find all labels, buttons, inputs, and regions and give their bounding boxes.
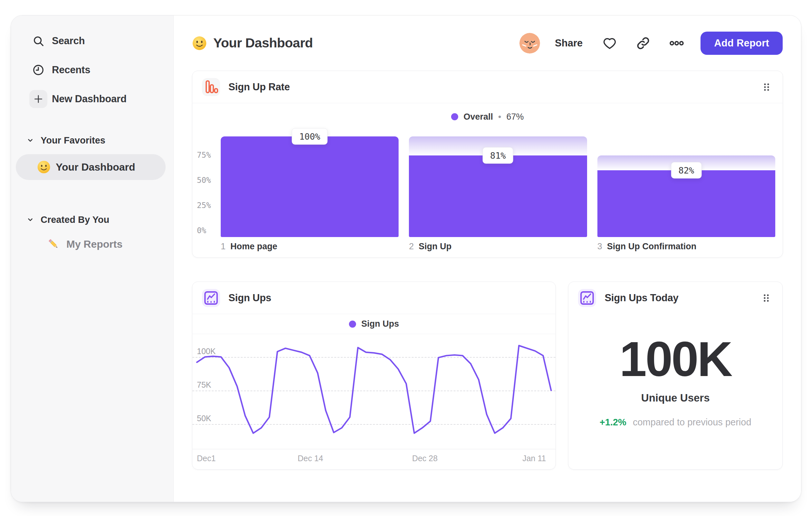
sidebar-item-recents[interactable]: Recents xyxy=(11,55,173,84)
funnel-step-label: 2 Sign Up xyxy=(409,242,587,251)
section-label: Created By You xyxy=(40,214,109,225)
delta-value: +1.2% xyxy=(600,417,627,427)
line-plot: 100K 75K 50K xyxy=(192,334,555,449)
funnel-step-label: 1 Home page xyxy=(221,242,399,251)
conversion-badge: 81% xyxy=(483,147,513,164)
funnel-legend[interactable]: Overall • 67% xyxy=(192,103,783,130)
kpi-delta: +1.2% compared to previous period xyxy=(569,417,782,428)
more-options-icon[interactable] xyxy=(668,35,685,52)
sidebar-item-label: New Dashboard xyxy=(52,93,127,105)
line-chart-icon xyxy=(202,289,220,307)
card-sign-ups-today: Sign Ups Today 100K Unique Users +1.2% xyxy=(568,281,783,469)
legend-label: Sign Ups xyxy=(361,319,399,329)
conversion-badge: 82% xyxy=(671,162,701,178)
page-title: Your Dashboard xyxy=(213,35,313,51)
search-icon xyxy=(29,32,47,50)
avatar[interactable] xyxy=(519,33,540,54)
funnel-bar-converted xyxy=(221,136,399,237)
recents-icon xyxy=(29,61,47,79)
sidebar: Search Recents New Dashboard xyxy=(11,16,174,502)
card-title: Sign Up Rate xyxy=(228,81,290,93)
funnel-bar-converted xyxy=(409,156,587,237)
add-report-button[interactable]: Add Report xyxy=(700,32,783,55)
share-button[interactable]: Share xyxy=(555,37,583,49)
legend-separator: • xyxy=(498,112,501,122)
sidebar-item-label: Search xyxy=(52,35,85,47)
legend-label: Overall xyxy=(463,112,493,122)
kpi-value: 100K xyxy=(569,331,782,387)
chevron-down-icon xyxy=(26,136,34,144)
x-axis-tick: Dec 28 xyxy=(412,452,438,465)
y-axis-tick: 25% xyxy=(197,200,220,211)
legend-value: 67% xyxy=(506,112,524,122)
favorite-heart-icon[interactable] xyxy=(601,35,618,52)
sidebar-item-your-dashboard[interactable]: Your Dashboard xyxy=(16,154,166,180)
delta-caption: compared to previous period xyxy=(633,417,751,427)
y-axis-tick: 75% xyxy=(197,150,220,160)
x-axis-tick: Dec 14 xyxy=(298,452,323,465)
sidebar-item-my-reports[interactable]: My Reports xyxy=(11,230,173,258)
card-sign-ups: Sign Ups Sign Ups 100K 75K 50K xyxy=(192,281,556,469)
legend-dot xyxy=(451,113,458,120)
funnel-bar-sign-up-confirmation: 82% xyxy=(598,136,775,237)
x-axis: Dec1 Dec 14 Dec 28 Jan 11 xyxy=(192,452,555,467)
funnel-chart-icon xyxy=(202,78,220,96)
funnel-plot: 75% 50% 25% 0% 100% xyxy=(221,136,775,237)
signups-line-series[interactable] xyxy=(192,334,555,449)
plus-icon xyxy=(29,90,47,108)
line-chart-icon xyxy=(578,289,596,307)
x-axis-tick: Jan 11 xyxy=(522,452,546,465)
smiley-emoji-icon xyxy=(192,36,207,51)
conversion-badge: 100% xyxy=(292,128,328,145)
funnel-bar-sign-up: 81% xyxy=(409,136,587,237)
y-axis-tick: 50% xyxy=(197,175,220,185)
funnel-bar[interactable] xyxy=(221,136,399,237)
sidebar-section-your-favorites[interactable]: Your Favorites xyxy=(11,132,173,149)
funnel-bar-converted xyxy=(598,170,775,237)
x-axis-tick: Dec1 xyxy=(197,452,215,465)
sidebar-item-search[interactable]: Search xyxy=(11,26,173,55)
sidebar-section-created-by-you[interactable]: Created By You xyxy=(11,211,173,228)
smiley-emoji-icon xyxy=(37,160,51,174)
dashboard-header: Your Dashboard Share xyxy=(174,16,801,71)
sidebar-item-label: Your Dashboard xyxy=(56,161,135,173)
funnel-bar-home-page: 100% xyxy=(221,136,399,237)
drag-handle-icon[interactable] xyxy=(760,292,773,304)
card-title: Sign Ups xyxy=(228,292,271,304)
drag-handle-icon[interactable] xyxy=(760,81,773,93)
copy-link-icon[interactable] xyxy=(635,35,651,52)
sidebar-item-label: Recents xyxy=(52,64,90,76)
y-axis-tick: 0% xyxy=(197,225,220,236)
app-window: Search Recents New Dashboard xyxy=(11,15,801,502)
card-title: Sign Ups Today xyxy=(605,292,678,304)
sidebar-item-new-dashboard[interactable]: New Dashboard xyxy=(11,84,173,113)
card-sign-up-rate: Sign Up Rate Overall • 67% xyxy=(192,71,783,258)
sidebar-item-label: My Reports xyxy=(66,238,122,250)
funnel-step-label: 3 Sign Up Confirmation xyxy=(598,242,775,251)
line-legend[interactable]: Sign Ups xyxy=(192,314,555,334)
section-label: Your Favorites xyxy=(40,135,105,146)
kpi-caption: Unique Users xyxy=(569,392,782,404)
chevron-down-icon xyxy=(26,216,34,223)
legend-dot xyxy=(349,321,356,328)
pencil-emoji-icon xyxy=(47,237,61,251)
